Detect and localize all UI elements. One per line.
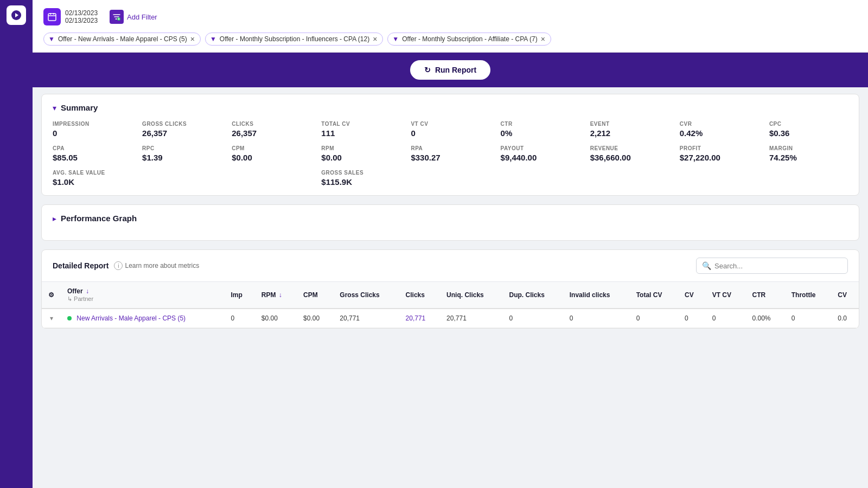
- col-imp[interactable]: Imp: [224, 282, 254, 309]
- info-icon: i: [114, 261, 123, 270]
- row-expand-cell[interactable]: ▾: [42, 309, 61, 328]
- performance-graph-header[interactable]: ▸ Performance Graph: [53, 214, 848, 223]
- col-total-cv[interactable]: Total CV: [630, 282, 678, 309]
- metric-rpc: RPC $1.39: [142, 145, 221, 162]
- metric-impression: IMPRESSION 0: [53, 121, 131, 138]
- row-cpm: $0.00: [297, 309, 333, 328]
- row-dup-clicks: 0: [503, 309, 563, 328]
- col-cv2[interactable]: CV: [831, 282, 859, 309]
- row-invalid-clicks: 0: [563, 309, 630, 328]
- row-gross-clicks: 20,771: [333, 309, 399, 328]
- table-head: ⚙ Offer ↓ ↳ Partner Imp RPM: [42, 282, 859, 309]
- summary-header[interactable]: ▾ Summary: [53, 103, 848, 112]
- col-cpm[interactable]: CPM: [297, 282, 333, 309]
- row-ctr: 0.00%: [746, 309, 785, 328]
- calendar-icon: [43, 8, 61, 25]
- row-throttle: 0: [785, 309, 831, 328]
- row-expand-icon: ▾: [50, 314, 53, 322]
- sort-down-icon-rpm: ↓: [279, 291, 282, 299]
- detailed-report-title: Detailed Report: [53, 261, 108, 270]
- summary-section: ▾ Summary IMPRESSION 0 GROSS CLICKS 26,3…: [41, 94, 859, 196]
- col-gross-clicks[interactable]: Gross Clicks: [333, 282, 399, 309]
- row-cv: 0: [678, 309, 706, 328]
- row-cv2: 0.0: [831, 309, 859, 328]
- metric-cpc: CPC $0.36: [769, 121, 848, 138]
- metric-margin: MARGIN 74.25%: [769, 145, 848, 162]
- col-offer[interactable]: Offer ↓ ↳ Partner: [61, 282, 224, 309]
- col-vt-cv[interactable]: VT CV: [706, 282, 746, 309]
- metric-avg-sale-value: AVG. SALE VALUE $1.0K: [53, 170, 310, 187]
- filter-remove-3[interactable]: ×: [541, 35, 545, 43]
- filter-tag-1: ▼ Offer - New Arrivals - Male Apparel - …: [43, 33, 201, 46]
- metric-cvr: CVR 0.42%: [680, 121, 758, 138]
- run-report-bar: ↻ Run Report: [33, 53, 868, 87]
- row-vt-cv: 0: [706, 309, 746, 328]
- metric-revenue: REVENUE $36,660.00: [590, 145, 669, 162]
- metric-gross-clicks: GROSS CLICKS 26,357: [142, 121, 221, 138]
- main-content: 02/13/2023 02/13/2023 Add Filter: [33, 0, 868, 488]
- metric-clicks: CLICKS 26,357: [232, 121, 310, 138]
- col-throttle[interactable]: Throttle: [785, 282, 831, 309]
- metric-total-cv: TOTAL CV 111: [321, 121, 400, 138]
- metric-ctr: CTR 0%: [501, 121, 579, 138]
- col-expand: ⚙: [42, 282, 61, 309]
- filter-icon-2: ▼: [210, 35, 216, 43]
- row-offer-name: New Arrivals - Male Apparel - CPS (5): [61, 309, 224, 328]
- detailed-report-section: Detailed Report i Learn more about metri…: [41, 249, 859, 329]
- search-input[interactable]: [714, 262, 842, 270]
- chevron-down-icon: ▾: [53, 104, 56, 112]
- date-range: 02/13/2023 02/13/2023: [65, 9, 98, 24]
- page-wrapper: 02/13/2023 02/13/2023 Add Filter: [0, 0, 868, 488]
- metrics-row-3: AVG. SALE VALUE $1.0K GROSS SALES $115.9…: [53, 170, 848, 187]
- table-settings-icon[interactable]: ⚙: [48, 291, 54, 299]
- chevron-right-icon: ▸: [53, 214, 56, 223]
- metric-payout: PAYOUT $9,440.00: [501, 145, 579, 162]
- detailed-report-header: Detailed Report i Learn more about metri…: [42, 250, 859, 282]
- filter-tag-2: ▼ Offer - Monthly Subscription - Influen…: [205, 33, 383, 46]
- table-header-row: ⚙ Offer ↓ ↳ Partner Imp RPM: [42, 282, 859, 309]
- metric-rpm: RPM $0.00: [321, 145, 400, 162]
- metric-vt-cv: VT CV 0: [411, 121, 489, 138]
- metric-gross-sales: GROSS SALES $115.9K: [321, 170, 579, 187]
- filter-bar: 02/13/2023 02/13/2023 Add Filter: [33, 0, 868, 53]
- run-report-button[interactable]: ↻ Run Report: [410, 60, 490, 80]
- add-filter-button[interactable]: Add Filter: [104, 7, 163, 27]
- sidebar-logo: [7, 5, 26, 25]
- filter-remove-2[interactable]: ×: [373, 35, 377, 43]
- search-icon: 🔍: [702, 261, 711, 270]
- metric-cpa: CPA $85.05: [53, 145, 131, 162]
- run-icon: ↻: [424, 66, 431, 74]
- sort-down-icon: ↓: [86, 287, 89, 295]
- filter-icon-3: ▼: [392, 35, 399, 43]
- col-ctr[interactable]: CTR: [746, 282, 785, 309]
- learn-more-link[interactable]: i Learn more about metrics: [114, 261, 199, 270]
- filter-icon-1: ▼: [48, 35, 55, 43]
- metric-profit: PROFIT $27,220.00: [680, 145, 758, 162]
- col-invalid-clicks[interactable]: Invalid clicks: [563, 282, 630, 309]
- metric-event: EVENT 2,212: [590, 121, 669, 138]
- metric-rpa: RPA $330.27: [411, 145, 489, 162]
- performance-graph-section: ▸ Performance Graph: [41, 204, 859, 241]
- metrics-row-1: IMPRESSION 0 GROSS CLICKS 26,357 CLICKS …: [53, 121, 848, 138]
- add-filter-icon: [110, 10, 124, 24]
- metrics-row-2: CPA $85.05 RPC $1.39 CPM $0.00 RPM $0.00…: [53, 145, 848, 162]
- col-dup-clicks[interactable]: Dup. Clicks: [503, 282, 563, 309]
- row-total-cv: 0: [630, 309, 678, 328]
- sidebar: [0, 0, 33, 488]
- table-body: ▾ New Arrivals - Male Apparel - CPS (5) …: [42, 309, 859, 328]
- col-uniq-clicks[interactable]: Uniq. Clicks: [440, 282, 502, 309]
- filter-tags: ▼ Offer - New Arrivals - Male Apparel - …: [43, 33, 857, 46]
- col-clicks[interactable]: Clicks: [399, 282, 441, 309]
- row-rpm: $0.00: [255, 309, 297, 328]
- report-table: ⚙ Offer ↓ ↳ Partner Imp RPM: [42, 282, 859, 328]
- date-section: 02/13/2023 02/13/2023: [43, 8, 98, 25]
- table-row: ▾ New Arrivals - Male Apparel - CPS (5) …: [42, 309, 859, 328]
- col-cv[interactable]: CV: [678, 282, 706, 309]
- search-box: 🔍: [696, 258, 848, 274]
- filter-remove-1[interactable]: ×: [190, 35, 195, 43]
- col-rpm[interactable]: RPM ↓: [255, 282, 297, 309]
- row-imp: 0: [224, 309, 254, 328]
- svg-rect-2: [48, 14, 56, 21]
- row-clicks: 20,771: [399, 309, 441, 328]
- status-dot-active: [67, 316, 72, 320]
